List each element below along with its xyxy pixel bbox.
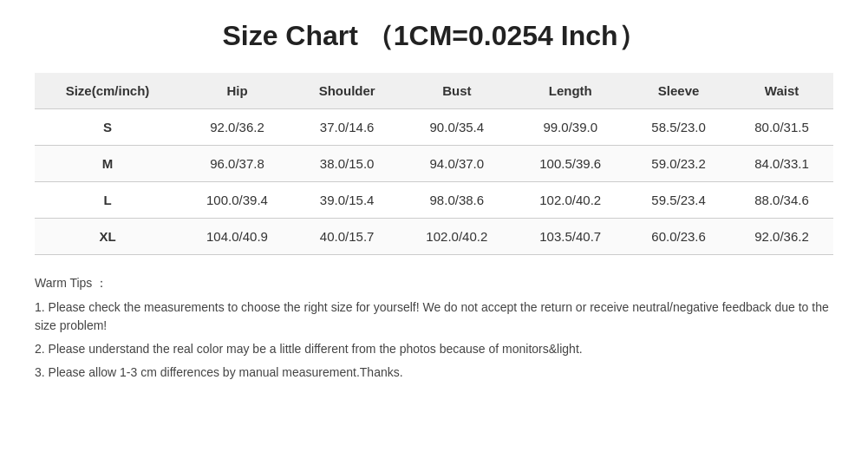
warm-tip-2: 2. Please understand the real color may … (35, 340, 833, 358)
col-header-shoulder: Shoulder (294, 73, 400, 109)
cell-size: S (35, 109, 180, 146)
warm-tip-1: 1. Please check the measurements to choo… (35, 298, 833, 335)
cell-waist: 88.0/34.6 (730, 182, 833, 219)
table-header-row: Size(cm/inch) Hip Shoulder Bust Length S… (35, 73, 833, 109)
cell-size: M (35, 146, 180, 182)
col-header-waist: Waist (730, 73, 833, 109)
cell-length: 99.0/39.0 (513, 109, 627, 146)
cell-hip: 104.0/40.9 (180, 219, 294, 255)
col-header-bust: Bust (400, 73, 513, 109)
cell-shoulder: 40.0/15.7 (294, 219, 400, 255)
cell-length: 102.0/40.2 (513, 182, 627, 219)
cell-waist: 84.0/33.1 (730, 146, 833, 182)
warm-tips-label: Warm Tips ： (35, 276, 833, 292)
cell-shoulder: 37.0/14.6 (294, 109, 400, 146)
col-header-sleeve: Sleeve (627, 73, 730, 109)
cell-sleeve: 58.5/23.0 (627, 109, 730, 146)
col-header-length: Length (513, 73, 627, 109)
cell-waist: 80.0/31.5 (730, 109, 833, 146)
cell-sleeve: 59.0/23.2 (627, 146, 730, 182)
page-container: Size Chart （1CM=0.0254 Inch） Size(cm/inc… (0, 0, 868, 413)
cell-hip: 92.0/36.2 (180, 109, 294, 146)
cell-size: XL (35, 219, 180, 255)
table-row: M96.0/37.838.0/15.094.0/37.0100.5/39.659… (35, 146, 833, 182)
cell-bust: 94.0/37.0 (400, 146, 513, 182)
cell-length: 100.5/39.6 (513, 146, 627, 182)
cell-bust: 98.0/38.6 (400, 182, 513, 219)
cell-hip: 100.0/39.4 (180, 182, 294, 219)
cell-sleeve: 60.0/23.6 (627, 219, 730, 255)
table-row: S92.0/36.237.0/14.690.0/35.499.0/39.058.… (35, 109, 833, 146)
table-row: L100.0/39.439.0/15.498.0/38.6102.0/40.25… (35, 182, 833, 219)
page-title: Size Chart （1CM=0.0254 Inch） (35, 17, 833, 56)
cell-size: L (35, 182, 180, 219)
cell-hip: 96.0/37.8 (180, 146, 294, 182)
cell-shoulder: 38.0/15.0 (294, 146, 400, 182)
cell-waist: 92.0/36.2 (730, 219, 833, 255)
col-header-hip: Hip (180, 73, 294, 109)
warm-tip-3: 3. Please allow 1-3 cm differences by ma… (35, 364, 833, 382)
col-header-size: Size(cm/inch) (35, 73, 180, 109)
cell-bust: 102.0/40.2 (400, 219, 513, 255)
cell-shoulder: 39.0/15.4 (294, 182, 400, 219)
table-row: XL104.0/40.940.0/15.7102.0/40.2103.5/40.… (35, 219, 833, 255)
warm-tips-section: Warm Tips ： 1. Please check the measurem… (35, 276, 833, 382)
cell-bust: 90.0/35.4 (400, 109, 513, 146)
cell-length: 103.5/40.7 (513, 219, 627, 255)
size-chart-table: Size(cm/inch) Hip Shoulder Bust Length S… (35, 73, 833, 255)
cell-sleeve: 59.5/23.4 (627, 182, 730, 219)
